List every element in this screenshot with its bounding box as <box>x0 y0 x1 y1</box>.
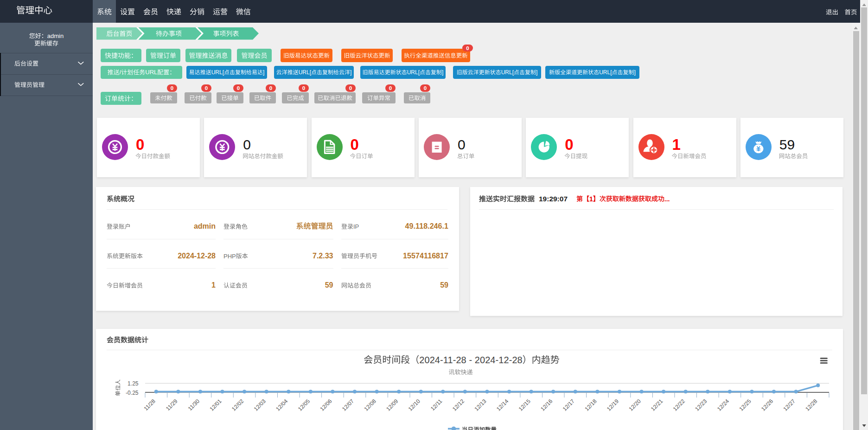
svg-text:12/25: 12/25 <box>738 398 752 412</box>
svg-text:URL: URL <box>145 69 157 76</box>
svg-text:12/20: 12/20 <box>628 398 642 412</box>
svg-text:0: 0 <box>565 136 573 153</box>
svg-text:1.25: 1.25 <box>128 380 139 387</box>
svg-text:0: 0 <box>243 137 251 152</box>
svg-text:12/02: 12/02 <box>230 398 245 412</box>
svg-text:59: 59 <box>325 281 333 289</box>
svg-text:12/19: 12/19 <box>606 398 620 412</box>
svg-text:7.2.33: 7.2.33 <box>313 252 333 260</box>
svg-text:0: 0 <box>302 85 305 91</box>
svg-text:12/18: 12/18 <box>583 398 598 412</box>
svg-text:12/23: 12/23 <box>694 398 708 412</box>
svg-text:URL[: URL[ <box>407 69 420 76</box>
svg-text:59: 59 <box>440 281 448 289</box>
svg-text:0: 0 <box>351 136 359 153</box>
svg-text:12/08: 12/08 <box>363 398 377 412</box>
svg-text:]: ] <box>263 69 264 76</box>
svg-text:12/26: 12/26 <box>760 398 774 412</box>
svg-text:admin: admin <box>47 32 64 39</box>
svg-text:1: 1 <box>211 281 216 289</box>
svg-text:11/29: 11/29 <box>165 398 179 412</box>
svg-text:11/28: 11/28 <box>142 398 157 412</box>
svg-text:12/28: 12/28 <box>804 398 818 412</box>
svg-text:11/30: 11/30 <box>187 398 201 412</box>
svg-text:0: 0 <box>136 136 144 153</box>
svg-text:12/04: 12/04 <box>274 398 289 412</box>
svg-text:12/24: 12/24 <box>716 398 730 412</box>
svg-text:0: 0 <box>237 85 240 91</box>
svg-text:2024-11-28 - 2024-12-28: 2024-11-28 - 2024-12-28 <box>419 355 522 365</box>
svg-text:12/14: 12/14 <box>495 398 510 412</box>
svg-text:URL[: URL[ <box>501 69 514 76</box>
svg-text:-0.25: -0.25 <box>126 390 139 396</box>
svg-text:19:29:07: 19:29:07 <box>539 195 568 203</box>
svg-text:59: 59 <box>779 137 795 152</box>
svg-text:12/22: 12/22 <box>672 398 686 412</box>
svg-text:admin: admin <box>194 222 216 230</box>
svg-text:0: 0 <box>205 85 208 91</box>
svg-text:12/17: 12/17 <box>562 398 576 412</box>
svg-text:/: / <box>120 69 121 76</box>
svg-text:12/10: 12/10 <box>407 398 421 412</box>
svg-text:URL[: URL[ <box>599 69 612 76</box>
svg-text:12/11: 12/11 <box>429 398 444 412</box>
svg-text:0: 0 <box>269 85 272 91</box>
svg-text:12/06: 12/06 <box>319 398 333 412</box>
svg-text:0: 0 <box>349 85 352 91</box>
svg-text:]: ] <box>536 69 537 76</box>
svg-text:0: 0 <box>458 137 466 152</box>
svg-text:0: 0 <box>389 85 392 91</box>
svg-text:1: 1 <box>589 195 593 203</box>
svg-text:0: 0 <box>424 85 427 91</box>
svg-text:15574116817: 15574116817 <box>403 252 448 260</box>
svg-text:12/15: 12/15 <box>517 398 532 412</box>
svg-text:12/21: 12/21 <box>650 398 664 412</box>
svg-text:12/27: 12/27 <box>782 398 797 412</box>
svg-text:PHP: PHP <box>223 253 236 260</box>
svg-text:12/05: 12/05 <box>297 398 311 412</box>
svg-text:12/09: 12/09 <box>385 398 399 412</box>
svg-text:2024-12-28: 2024-12-28 <box>178 252 216 260</box>
svg-text:]: ] <box>442 69 443 76</box>
svg-text:0: 0 <box>466 45 469 51</box>
svg-text:12/07: 12/07 <box>341 398 355 412</box>
svg-text:IP: IP <box>353 223 359 230</box>
svg-text:12/12: 12/12 <box>451 398 466 412</box>
svg-text:12/16: 12/16 <box>539 398 554 412</box>
svg-text:URL[: URL[ <box>211 69 224 76</box>
svg-text:0: 0 <box>171 85 173 91</box>
svg-text:12/03: 12/03 <box>253 398 267 412</box>
svg-text:URL[: URL[ <box>299 69 312 76</box>
svg-text:...: ... <box>664 195 670 203</box>
svg-text:]: ] <box>350 69 351 76</box>
svg-text:1: 1 <box>672 136 681 153</box>
svg-text:12/13: 12/13 <box>473 398 487 412</box>
svg-text:]: ] <box>634 69 636 76</box>
svg-text:49.118.246.1: 49.118.246.1 <box>405 222 448 230</box>
svg-text:12/01: 12/01 <box>208 398 223 412</box>
